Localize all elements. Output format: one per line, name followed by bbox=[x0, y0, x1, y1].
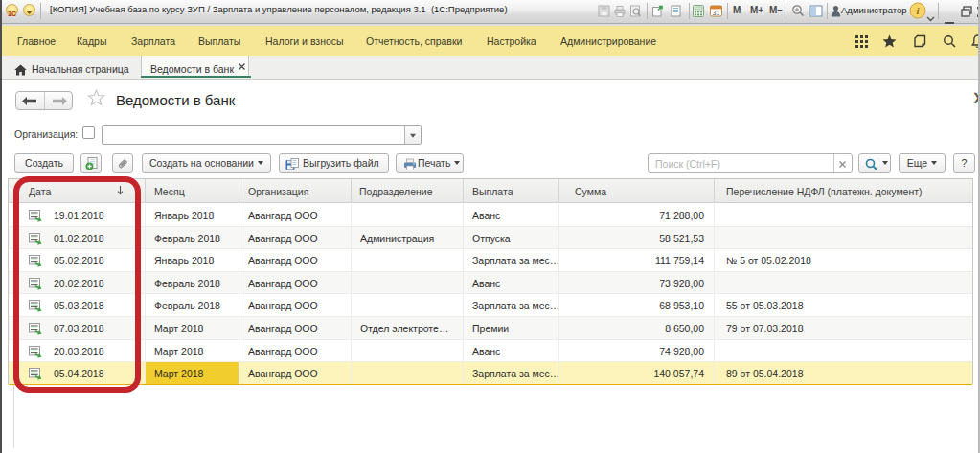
svg-text:1С: 1С bbox=[8, 11, 16, 17]
svg-text:31: 31 bbox=[713, 10, 720, 16]
